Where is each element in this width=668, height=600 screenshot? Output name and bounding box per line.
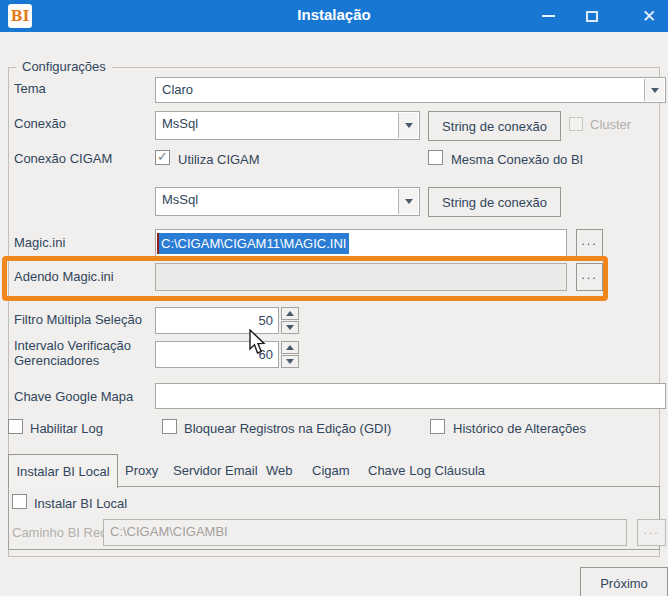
adendo-magic-ini-field[interactable]: [155, 263, 567, 291]
string-conexao-cigam-button[interactable]: String de conexão: [428, 187, 561, 217]
instalar-bi-local-checkbox[interactable]: [12, 494, 27, 509]
caminho-bi-rede-field[interactable]: C:\CIGAM\CIGAMBI: [103, 519, 627, 546]
magic-ini-label: Magic.ini: [14, 235, 65, 250]
mesma-conexao-checkbox[interactable]: [428, 150, 443, 165]
tab-servidor-email[interactable]: Servidor Email: [169, 461, 262, 480]
utiliza-cigam-checkbox[interactable]: ✓: [155, 150, 170, 165]
spin-down-button[interactable]: [281, 355, 299, 368]
chevron-down-icon: [651, 88, 659, 93]
historico-alteracoes-checkbox[interactable]: [430, 419, 445, 434]
tab-web[interactable]: Web: [262, 461, 297, 480]
adendo-magic-ini-label: Adendo Magic.ini: [14, 269, 114, 284]
conexao-dropdown-button[interactable]: [398, 113, 418, 138]
conexao-cigam-value: MsSql: [162, 192, 198, 207]
caminho-bi-rede-value: C:\CIGAM\CIGAMBI: [110, 524, 228, 539]
arrow-down-icon: [286, 325, 294, 330]
conexao-cigam-combobox[interactable]: MsSql: [155, 187, 420, 216]
conexao-cigam-dropdown-button[interactable]: [398, 189, 418, 214]
text-caret: [157, 233, 159, 254]
conexao-cigam-label: Conexão CIGAM: [14, 151, 112, 166]
arrow-up-icon: [286, 311, 294, 316]
adendo-browse-button[interactable]: ...: [576, 263, 603, 291]
conexao-label: Conexão: [14, 116, 66, 131]
close-button[interactable]: ✕: [632, 0, 666, 32]
title-bar: BI Instalação ✕: [0, 0, 668, 32]
instalar-bi-local-label: Instalar BI Local: [34, 496, 127, 511]
bloquear-registros-label: Bloquear Registros na Edição (GDI): [184, 421, 391, 436]
magic-ini-browse-button[interactable]: ...: [576, 229, 603, 257]
habilitar-log-checkbox[interactable]: [8, 419, 23, 434]
tab-instalar-bi-local[interactable]: Instalar BI Local: [8, 454, 118, 488]
groupbox-title: Configurações: [16, 59, 112, 74]
arrow-down-icon: [286, 359, 294, 364]
magic-ini-value: C:\CIGAM\CIGAM11\MAGIC.INI: [158, 233, 349, 254]
chevron-down-icon: [405, 123, 413, 128]
minimize-button[interactable]: [531, 0, 565, 32]
arrow-up-icon: [286, 345, 294, 350]
tab-label: Instalar BI Local: [16, 464, 109, 479]
filtro-label: Filtro Múltipla Seleção: [14, 312, 142, 327]
chave-google-field[interactable]: [155, 383, 666, 409]
string-conexao-button[interactable]: String de conexão: [428, 111, 561, 141]
mouse-cursor-icon: [248, 329, 266, 357]
filtro-spinner-buttons: [281, 307, 299, 335]
intervalo-label: Intervalo Verificação Gerenciadores: [14, 338, 159, 368]
chave-google-label: Chave Google Mapa: [14, 389, 133, 404]
tema-label: Tema: [14, 81, 46, 96]
ellipsis-icon: ...: [643, 524, 659, 541]
bottom-edge: [0, 596, 668, 600]
check-icon: ✓: [157, 150, 168, 163]
cluster-label: Cluster: [590, 117, 631, 132]
tab-cigam[interactable]: Cigam: [308, 461, 354, 480]
conexao-combobox[interactable]: MsSql: [155, 111, 420, 140]
mesma-conexao-label: Mesma Conexão do BI: [451, 152, 583, 167]
maximize-button[interactable]: [575, 0, 609, 32]
tema-dropdown-button[interactable]: [644, 79, 664, 101]
historico-alteracoes-label: Histórico de Alterações: [453, 421, 586, 436]
tab-proxy[interactable]: Proxy: [121, 461, 162, 480]
chevron-down-icon: [405, 199, 413, 204]
ellipsis-icon: ...: [581, 235, 597, 252]
close-icon: ✕: [642, 8, 656, 25]
habilitar-log-label: Habilitar Log: [30, 421, 103, 436]
magic-ini-field[interactable]: C:\CIGAM\CIGAM11\MAGIC.INI: [155, 229, 567, 257]
bloquear-registros-checkbox[interactable]: [162, 419, 177, 434]
utiliza-cigam-label: Utiliza CIGAM: [178, 152, 260, 167]
caminho-browse-button: ...: [637, 519, 666, 546]
cluster-checkbox: [569, 117, 583, 131]
spin-up-button[interactable]: [281, 341, 299, 354]
minimize-icon: [542, 15, 555, 17]
conexao-value: MsSql: [162, 116, 198, 131]
spin-down-button[interactable]: [281, 321, 299, 334]
window-title: Instalação: [0, 6, 668, 23]
tab-chave-log-clausula[interactable]: Chave Log Cláusula: [364, 461, 489, 480]
tema-combobox[interactable]: Claro: [155, 77, 666, 103]
intervalo-spinner-buttons: [281, 341, 299, 369]
ellipsis-icon: ...: [581, 269, 597, 286]
maximize-icon: [586, 11, 598, 22]
filtro-value: 50: [259, 313, 273, 328]
spin-up-button[interactable]: [281, 307, 299, 320]
tema-value: Claro: [162, 82, 193, 97]
installation-dialog: BI Instalação ✕ Configurações Tema Claro…: [0, 0, 668, 600]
caminho-bi-rede-label: Caminho BI Rede: [12, 525, 115, 540]
